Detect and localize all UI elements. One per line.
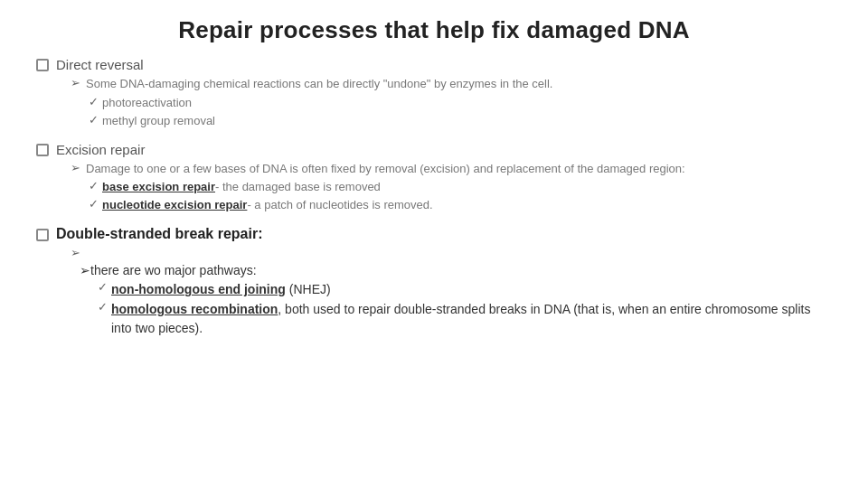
section-direct-reversal: Direct reversal ➢ Some DNA-damaging chem… (36, 57, 832, 131)
page-title: Repair processes that help fix damaged D… (36, 16, 832, 44)
section2-sub2-text: nucleotide excision repair- a patch of n… (102, 197, 433, 214)
section-double-stranded: Double-stranded break repair: ➢ ➢there a… (36, 226, 832, 339)
section2-sub1-bold: base excision repair (102, 180, 215, 193)
section2-sub1-text: base excision repair- the damaged base i… (102, 179, 381, 196)
section2-sub2: ✓ nucleotide excision repair- a patch of… (89, 197, 832, 214)
arrow-icon-1: ➢ (71, 76, 80, 93)
section1-bullet1: ➢ Some DNA-damaging chemical reactions c… (71, 76, 832, 93)
checkbox-icon-1 (36, 59, 49, 71)
section2-sub1: ✓ base excision repair- the damaged base… (89, 179, 832, 196)
section3-sub1-rest: (NHEJ) (286, 282, 331, 296)
section1-sub1-text: photoreactivation (102, 95, 192, 112)
section3-title: Double-stranded break repair: (56, 226, 263, 242)
section3-sub2: ✓ homologous recombination, both used to… (98, 300, 832, 338)
checkbox-icon-3 (36, 229, 49, 241)
section3-bullet1: ➢ (71, 246, 832, 259)
section3-sub1-text: non-homologous end joining (NHEJ) (111, 280, 331, 299)
section1-sub2: ✓ methyl group removal (89, 113, 832, 130)
section1-sub2-text: methyl group removal (102, 113, 215, 130)
section3-arrow-text1: ➢there are wo major pathways: (80, 263, 257, 277)
arrow-icon-2: ➢ (71, 161, 80, 178)
section3-sub2-text: homologous recombination, both used to r… (111, 300, 832, 338)
checkbox-icon-2 (36, 144, 49, 156)
section2-title: Excision repair (56, 142, 145, 157)
section1-bullet1-text: Some DNA-damaging chemical reactions can… (86, 76, 552, 93)
check-icon-2a: ✓ (89, 179, 99, 192)
arrow-icon-3: ➢ (71, 246, 80, 259)
section2-header: Excision repair (36, 142, 832, 157)
section2-sub2-rest: - a patch of nucleotides is removed. (247, 198, 432, 211)
section3-arrow-bullet1: ➢there are wo major pathways: (80, 261, 832, 280)
section3-sub1: ✓ non-homologous end joining (NHEJ) (98, 280, 832, 299)
section3-sub2-bold: homologous recombination (111, 302, 278, 316)
section2-bullet1: ➢ Damage to one or a few bases of DNA is… (71, 161, 832, 178)
section2-sub2-bold: nucleotide excision repair (102, 198, 247, 211)
section1-sub1: ✓ photoreactivation (89, 95, 832, 112)
check-icon-2b: ✓ (89, 197, 99, 211)
check-icon-1b: ✓ (89, 113, 99, 127)
section2-bullet1-text: Damage to one or a few bases of DNA is o… (86, 161, 685, 178)
page: Repair processes that help fix damaged D… (0, 0, 868, 488)
section3-header: Double-stranded break repair: (36, 226, 832, 242)
check-icon-1a: ✓ (89, 95, 99, 108)
section2-sub1-rest: - the damaged base is removed (215, 180, 381, 193)
section-excision-repair: Excision repair ➢ Damage to one or a few… (36, 142, 832, 216)
section1-title: Direct reversal (56, 57, 144, 72)
check-icon-3a: ✓ (98, 280, 108, 294)
check-icon-3b: ✓ (98, 300, 108, 314)
section1-header: Direct reversal (36, 57, 832, 72)
section3-sub1-bold: non-homologous end joining (111, 282, 286, 296)
